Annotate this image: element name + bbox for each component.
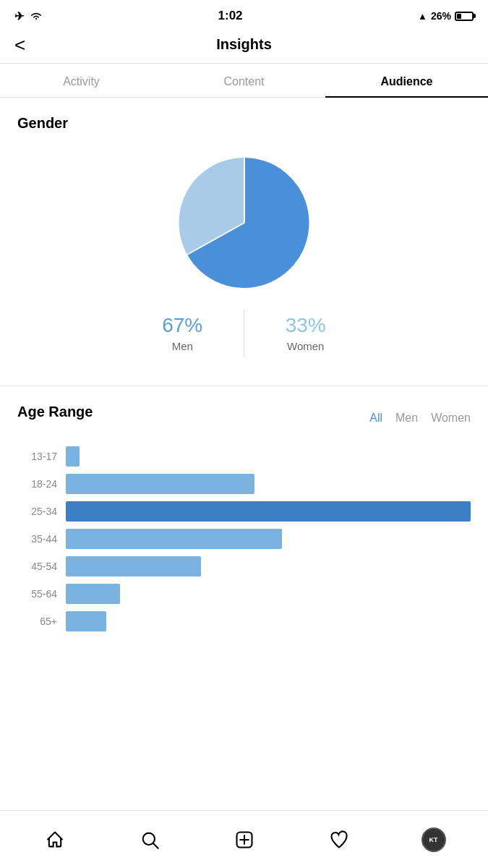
bar-row: 13-17 [17,446,471,467]
gender-pie-chart [172,150,317,295]
search-nav-button[interactable] [132,822,168,858]
battery-percent: 26% [431,10,451,22]
status-time: 1:02 [218,9,243,23]
bar-label: 13-17 [17,451,57,462]
filter-women[interactable]: Women [431,412,471,425]
bar-label: 55-64 [17,588,57,600]
airplane-icon: ✈ [14,9,24,23]
bar-fill [66,446,80,467]
bar-row: 55-64 [17,584,471,604]
status-bar: ✈ 1:02 ▲ 26% [0,0,488,29]
heart-nav-button[interactable] [321,822,357,858]
tab-audience[interactable]: Audience [325,64,488,97]
bar-row: 65+ [17,611,471,631]
bar-track [66,611,471,631]
men-percent: 67% [121,314,244,337]
bar-label: 25-34 [17,506,57,517]
home-nav-button[interactable] [37,822,73,858]
svg-line-3 [153,843,158,848]
gender-title: Gender [17,115,471,132]
status-right: ▲ 26% [418,10,474,22]
home-icon [45,830,65,850]
age-filter-buttons: All Men Women [369,412,471,425]
age-range-title: Age Range [17,404,93,420]
bar-label: 35-44 [17,533,57,545]
bar-fill [66,556,201,576]
bar-track [66,474,471,494]
bar-track [66,556,471,576]
filter-all[interactable]: All [369,412,382,425]
bar-label: 18-24 [17,478,57,490]
tab-content[interactable]: Content [163,64,325,97]
bar-row: 18-24 [17,474,471,494]
bar-row: 25-34 [17,501,471,522]
bar-track [66,584,471,604]
bar-label: 65+ [17,616,57,627]
tab-activity[interactable]: Activity [0,64,163,97]
profile-nav-button[interactable]: KT [416,822,452,858]
bar-fill [66,474,254,494]
content-area: Gender 67% Men [0,98,488,726]
pie-container: 67% Men 33% Women [17,143,471,371]
men-stat: 67% Men [121,310,245,357]
women-percent: 33% [244,314,367,337]
wifi-icon [30,11,43,21]
bar-fill [66,584,120,604]
page-title: Insights [216,36,272,53]
gender-stats: 67% Men 33% Women [121,310,367,357]
tabs: Activity Content Audience [0,64,488,98]
bar-track [66,501,471,522]
bar-track [66,446,471,467]
bar-label: 45-54 [17,561,57,572]
search-icon [140,830,160,850]
bar-fill [66,529,282,549]
nav-header: < Insights [0,29,488,64]
battery-icon [455,12,474,21]
location-icon: ▲ [418,11,427,22]
men-label: Men [121,340,244,352]
women-label: Women [244,340,367,352]
bar-track [66,529,471,549]
bottom-nav: KT [0,810,488,868]
add-nav-button[interactable] [226,822,262,858]
filter-men[interactable]: Men [395,412,418,425]
heart-icon [329,830,349,850]
bar-row: 45-54 [17,556,471,576]
age-range-section: Age Range All Men Women 13-1718-2425-343… [0,386,488,653]
back-button[interactable]: < [14,35,25,54]
women-stat: 33% Women [244,310,367,357]
add-icon [234,830,254,850]
bar-row: 35-44 [17,529,471,549]
gender-section: Gender 67% Men [0,98,488,386]
avatar: KT [421,827,446,852]
bar-fill [66,611,106,631]
age-range-header: Age Range All Men Women [17,404,471,432]
bar-fill [66,501,471,522]
age-bar-chart: 13-1718-2425-3435-4445-5455-6465+ [17,446,471,631]
status-left: ✈ [14,9,43,23]
